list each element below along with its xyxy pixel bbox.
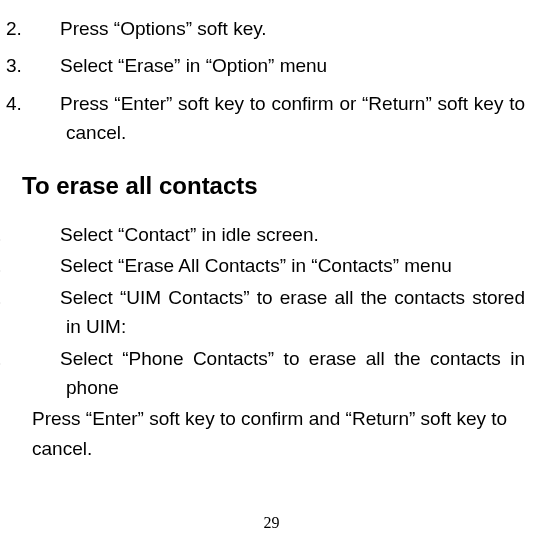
list-item: 4.Select “Phone Contacts” to erase all t… (18, 344, 525, 403)
list-number: 4. (26, 344, 60, 373)
instruction-list-1: 2.Press “Options” soft key. 3.Select “Er… (18, 14, 525, 148)
document-page: 2.Press “Options” soft key. 3.Select “Er… (18, 14, 525, 538)
page-number: 29 (264, 514, 280, 532)
list-number: 2. (36, 14, 60, 43)
list-number: 2. (26, 251, 60, 280)
list-number: 3. (26, 283, 60, 312)
section-heading: To erase all contacts (18, 172, 525, 200)
list-number: 1. (26, 220, 60, 249)
list-item: 3.Select “UIM Contacts” to erase all the… (18, 283, 525, 342)
list-text: Press “Enter” soft key to confirm or “Re… (60, 93, 525, 143)
list-item: 2.Press “Options” soft key. (18, 14, 525, 43)
list-item: 2.Select “Erase All Contacts” in “Contac… (18, 251, 525, 280)
list-number: 4. (36, 89, 60, 118)
list-item: 1.Select “Contact” in idle screen. (18, 220, 525, 249)
list-item: 3.Select “Erase” in “Option” menu (18, 51, 525, 80)
list-number: 3. (36, 51, 60, 80)
list-text: Select “UIM Contacts” to erase all the c… (60, 287, 525, 337)
trailing-paragraph: Press “Enter” soft key to confirm and “R… (18, 404, 525, 463)
list-text: Select “Erase All Contacts” in “Contacts… (60, 255, 452, 276)
list-text: Select “Contact” in idle screen. (60, 224, 319, 245)
list-item: 4.Press “Enter” soft key to confirm or “… (18, 89, 525, 148)
list-text: Select “Phone Contacts” to erase all the… (60, 348, 525, 398)
list-text: Press “Options” soft key. (60, 18, 267, 39)
instruction-list-2: 1.Select “Contact” in idle screen. 2.Sel… (18, 220, 525, 403)
list-text: Select “Erase” in “Option” menu (60, 55, 327, 76)
